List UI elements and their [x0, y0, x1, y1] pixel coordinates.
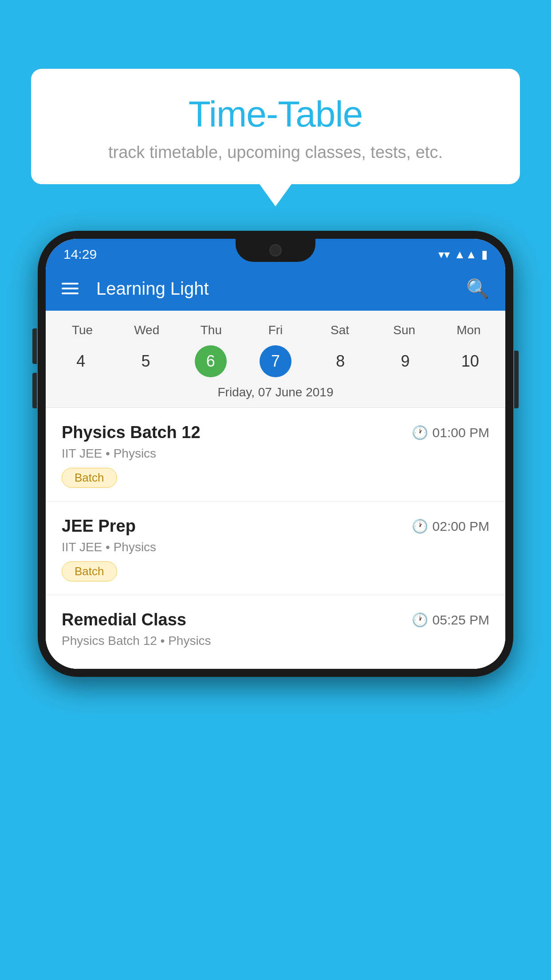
calendar-strip: Tue Wed Thu Fri Sat Sun Mon 4 5 6 7 8 9 … — [46, 311, 505, 408]
batch-tag-1: Batch — [62, 468, 117, 488]
schedule-meta-1: IIT JEE • Physics — [62, 447, 489, 461]
day-header-fri: Fri — [243, 320, 307, 341]
schedule-time-text-2: 02:00 PM — [433, 519, 489, 534]
search-icon[interactable]: 🔍 — [466, 278, 489, 300]
phone-notch-area — [38, 239, 513, 262]
hamburger-line-1 — [62, 283, 79, 285]
phone-notch — [236, 239, 315, 262]
speech-bubble-container: Time-Table track timetable, upcoming cla… — [31, 69, 520, 206]
schedule-item-2-header: JEE Prep 🕐 02:00 PM — [62, 517, 489, 536]
schedule-item-3[interactable]: Remedial Class 🕐 05:25 PM Physics Batch … — [46, 595, 505, 669]
volume-up-button[interactable] — [32, 328, 37, 364]
day-numbers: 4 5 6 7 8 9 10 — [46, 341, 505, 382]
day-7-selected[interactable]: 7 — [245, 345, 306, 377]
day-header-sat: Sat — [308, 320, 372, 341]
schedule-time-2: 🕐 02:00 PM — [412, 518, 489, 534]
power-button[interactable] — [514, 351, 519, 408]
day-header-thu: Thu — [179, 320, 243, 341]
day-headers: Tue Wed Thu Fri Sat Sun Mon — [46, 320, 505, 341]
schedule-meta-3: Physics Batch 12 • Physics — [62, 634, 489, 648]
hamburger-line-2 — [62, 288, 79, 289]
day-9[interactable]: 9 — [374, 345, 436, 377]
bubble-subtitle: track timetable, upcoming classes, tests… — [58, 143, 493, 162]
schedule-title-3: Remedial Class — [62, 610, 186, 629]
app-bar: Learning Light 🔍 — [46, 266, 505, 311]
day-8[interactable]: 8 — [310, 345, 371, 377]
batch-tag-2: Batch — [62, 561, 117, 581]
hamburger-line-3 — [62, 292, 79, 294]
schedule-list: Physics Batch 12 🕐 01:00 PM IIT JEE • Ph… — [46, 408, 505, 669]
bubble-arrow — [260, 184, 291, 206]
day-header-wed: Wed — [114, 320, 179, 341]
day-header-sun: Sun — [372, 320, 437, 341]
schedule-meta-2: IIT JEE • Physics — [62, 540, 489, 554]
schedule-time-3: 🕐 05:25 PM — [412, 612, 489, 628]
clock-icon-3: 🕐 — [412, 612, 428, 628]
date-label: Friday, 07 June 2019 — [46, 382, 505, 408]
volume-down-button[interactable] — [32, 373, 37, 408]
day-6-today[interactable]: 6 — [180, 345, 241, 377]
app-title: Learning Light — [96, 279, 453, 299]
clock-icon-2: 🕐 — [412, 518, 428, 534]
schedule-title-1: Physics Batch 12 — [62, 423, 201, 442]
schedule-title-2: JEE Prep — [62, 517, 136, 536]
schedule-item-3-header: Remedial Class 🕐 05:25 PM — [62, 610, 489, 629]
bubble-title: Time-Table — [58, 93, 493, 135]
phone-wrapper: 14:29 ▾▾ ▲▲ ▮ Learning Light 🔍 — [38, 231, 513, 980]
clock-icon-1: 🕐 — [412, 425, 428, 440]
schedule-item-1[interactable]: Physics Batch 12 🕐 01:00 PM IIT JEE • Ph… — [46, 408, 505, 502]
schedule-time-text-3: 05:25 PM — [433, 612, 489, 628]
menu-icon[interactable] — [62, 283, 79, 294]
phone-screen: 14:29 ▾▾ ▲▲ ▮ Learning Light 🔍 — [46, 239, 505, 669]
front-camera — [269, 244, 282, 257]
day-header-tue: Tue — [50, 320, 114, 341]
schedule-item-1-header: Physics Batch 12 🕐 01:00 PM — [62, 423, 489, 442]
schedule-time-1: 🕐 01:00 PM — [412, 425, 489, 440]
day-header-mon: Mon — [437, 320, 501, 341]
schedule-time-text-1: 01:00 PM — [433, 425, 489, 440]
day-10[interactable]: 10 — [440, 345, 501, 377]
schedule-item-2[interactable]: JEE Prep 🕐 02:00 PM IIT JEE • Physics Ba… — [46, 502, 505, 595]
phone-outer: 14:29 ▾▾ ▲▲ ▮ Learning Light 🔍 — [38, 231, 513, 677]
day-4[interactable]: 4 — [50, 345, 111, 377]
day-5[interactable]: 5 — [115, 345, 176, 377]
speech-bubble: Time-Table track timetable, upcoming cla… — [31, 69, 520, 184]
